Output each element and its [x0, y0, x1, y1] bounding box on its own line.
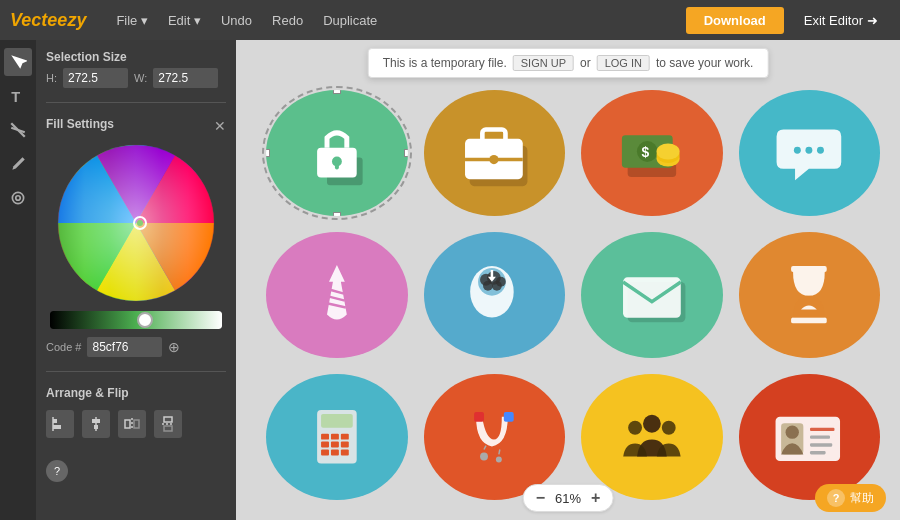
exit-arrow-icon: ➜ [867, 13, 878, 28]
icon-chat[interactable] [739, 90, 881, 216]
sel-handle-tr[interactable] [404, 90, 408, 94]
svg-rect-61 [341, 434, 349, 440]
svg-point-76 [662, 421, 676, 435]
notification-bar: This is a temporary file. SIGN UP or LOG… [368, 48, 769, 78]
exit-editor-button[interactable]: Exit Editor ➜ [792, 7, 890, 34]
undo-btn[interactable]: Undo [211, 13, 262, 28]
svg-text:T: T [11, 89, 20, 105]
height-input[interactable] [63, 68, 128, 88]
w-label: W: [134, 72, 147, 84]
notification-text: This is a temporary file. [383, 56, 507, 70]
svg-point-71 [496, 457, 502, 463]
svg-point-10 [137, 220, 143, 226]
sel-handle-br[interactable] [404, 212, 408, 216]
svg-point-7 [58, 145, 214, 301]
svg-rect-82 [810, 444, 832, 447]
icon-briefcase[interactable] [424, 90, 566, 216]
edit-menu[interactable]: Edit ▾ [158, 13, 211, 28]
icon-money[interactable]: $ [581, 90, 723, 216]
svg-rect-67 [341, 450, 349, 456]
svg-rect-80 [810, 428, 834, 431]
color-wheel[interactable] [56, 143, 216, 303]
color-code-input[interactable] [87, 337, 162, 357]
svg-rect-12 [53, 425, 61, 429]
svg-rect-55 [791, 266, 827, 272]
panel-bottom: ? [46, 460, 226, 482]
align-left-button[interactable] [46, 410, 74, 438]
sel-handle-ml[interactable] [266, 149, 270, 157]
zoom-level: 61% [555, 491, 581, 506]
flip-vertical-button[interactable] [154, 410, 182, 438]
svg-point-31 [490, 155, 499, 164]
notification-suffix: to save your work. [656, 56, 753, 70]
icon-hourglass[interactable] [739, 232, 881, 358]
help-icon[interactable]: ? [46, 460, 68, 482]
svg-rect-26 [335, 162, 339, 170]
icon-card[interactable] [739, 374, 881, 500]
align-center-button[interactable] [82, 410, 110, 438]
icon-lock[interactable] [266, 90, 408, 216]
svg-rect-21 [164, 426, 172, 431]
svg-point-4 [16, 196, 21, 201]
svg-point-75 [628, 421, 642, 435]
zoom-in-button[interactable]: + [591, 489, 600, 507]
duplicate-btn[interactable]: Duplicate [313, 13, 387, 28]
signup-button[interactable]: SIGN UP [513, 55, 574, 71]
zoom-out-button[interactable]: − [536, 489, 545, 507]
fill-close-button[interactable]: ✕ [214, 118, 226, 134]
svg-rect-17 [125, 420, 130, 428]
svg-rect-66 [331, 450, 339, 456]
line-tool[interactable] [4, 116, 32, 144]
svg-point-38 [656, 144, 679, 160]
redo-btn[interactable]: Redo [262, 13, 313, 28]
left-panel: Selection Size H: W: Fill Settings ✕ [36, 40, 236, 520]
sel-handle-tl[interactable] [266, 90, 270, 94]
select-tool[interactable] [4, 48, 32, 76]
help-button[interactable]: ? 幫助 [815, 484, 886, 512]
arrange-label: Arrange & Flip [46, 386, 226, 400]
download-button[interactable]: Download [686, 7, 784, 34]
svg-rect-62 [321, 442, 329, 448]
svg-point-50 [483, 281, 493, 291]
eyedropper-icon[interactable]: ⊕ [168, 339, 180, 355]
shape-tool[interactable] [4, 184, 32, 212]
sel-handle-bc[interactable] [333, 212, 341, 216]
fill-settings-label: Fill Settings [46, 117, 114, 131]
width-input[interactable] [153, 68, 218, 88]
svg-line-73 [499, 450, 500, 455]
login-button[interactable]: LOG IN [597, 55, 650, 71]
h-label: H: [46, 72, 57, 84]
tools-bar: T [0, 40, 36, 520]
notification-or: or [580, 56, 591, 70]
file-menu[interactable]: File ▾ [106, 13, 158, 28]
svg-rect-64 [341, 442, 349, 448]
icon-tie[interactable] [266, 232, 408, 358]
svg-point-79 [786, 426, 799, 439]
text-tool[interactable]: T [4, 82, 32, 110]
icon-brain[interactable] [424, 232, 566, 358]
svg-point-51 [492, 281, 502, 291]
svg-point-70 [480, 453, 488, 461]
help-label: 幫助 [850, 490, 874, 507]
svg-text:$: $ [641, 145, 649, 161]
svg-rect-56 [791, 318, 827, 324]
pen-tool[interactable] [4, 150, 32, 178]
icon-people[interactable] [581, 374, 723, 500]
color-gradient-bar[interactable] [50, 311, 222, 329]
svg-rect-58 [321, 414, 353, 428]
sel-handle-bl[interactable] [266, 212, 270, 216]
flip-horizontal-button[interactable] [118, 410, 146, 438]
sel-handle-tc[interactable] [333, 90, 341, 94]
svg-rect-68 [474, 412, 484, 422]
svg-line-72 [484, 446, 486, 450]
svg-point-74 [643, 415, 661, 433]
svg-point-39 [794, 147, 801, 154]
icon-magnet[interactable] [424, 374, 566, 500]
icon-mail[interactable] [581, 232, 723, 358]
svg-rect-83 [810, 451, 826, 454]
sel-handle-mr[interactable] [404, 149, 408, 157]
icon-calculator[interactable] [266, 374, 408, 500]
svg-rect-59 [321, 434, 329, 440]
selection-size-section: Selection Size H: W: [46, 50, 226, 88]
svg-point-3 [12, 192, 23, 203]
